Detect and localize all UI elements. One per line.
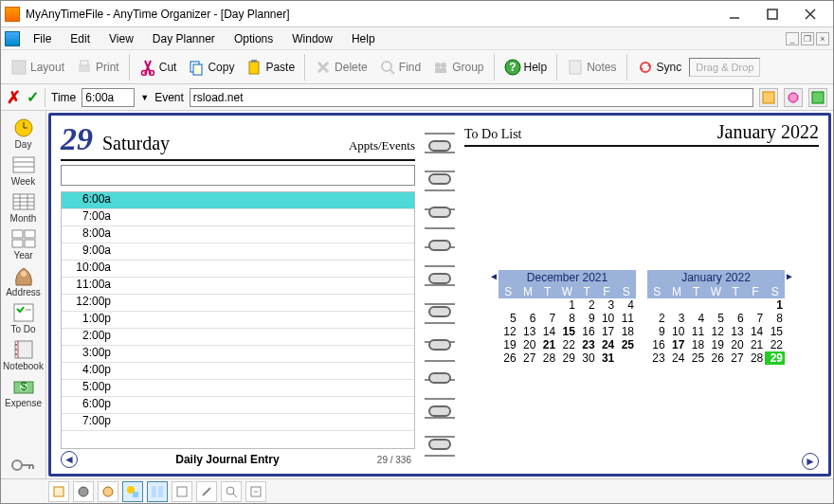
event-input[interactable] — [190, 88, 753, 107]
mini-cal-day[interactable]: 15 — [765, 325, 785, 338]
sidebar-item-address[interactable]: Address — [2, 262, 45, 299]
mini-cal-day[interactable]: 17 — [597, 325, 617, 338]
mini-cal-day[interactable]: 25 — [616, 338, 636, 351]
mini-cal-day[interactable]: 6 — [518, 312, 538, 325]
mini-cal-day[interactable] — [499, 298, 518, 312]
mini-cal-day[interactable]: 6 — [726, 312, 746, 325]
cal-prev-icon[interactable]: ◄ — [489, 271, 499, 281]
mini-cal-day[interactable]: 3 — [597, 298, 617, 312]
mini-cal-day[interactable]: 16 — [647, 338, 667, 351]
cancel-event-button[interactable]: ✗ — [7, 87, 21, 108]
mini-cal-day[interactable]: 30 — [577, 351, 597, 365]
menu-edit[interactable]: Edit — [61, 29, 100, 48]
mini-cal-day[interactable]: 8 — [557, 312, 577, 325]
mini-cal-day[interactable]: 11 — [616, 312, 636, 325]
bt-btn-6[interactable] — [172, 481, 192, 502]
mini-cal-day[interactable]: 13 — [518, 325, 538, 338]
mini-cal-day[interactable]: 14 — [537, 325, 557, 338]
mini-cal-day[interactable]: 23 — [577, 338, 597, 351]
menu-help[interactable]: Help — [342, 29, 385, 48]
mini-cal-day[interactable]: 1 — [765, 298, 785, 312]
mini-cal-day[interactable] — [647, 298, 667, 312]
next-day-button[interactable]: ► — [802, 453, 819, 470]
mini-cal-day[interactable]: 4 — [616, 298, 636, 312]
mini-cal-day[interactable]: 2 — [647, 312, 667, 325]
mini-cal-day[interactable]: 4 — [686, 312, 706, 325]
mini-cal-day[interactable]: 10 — [667, 325, 687, 338]
mini-cal-day[interactable]: 21 — [537, 338, 557, 351]
sidebar-item-expense[interactable]: $Expense — [2, 373, 45, 410]
menu-options[interactable]: Options — [225, 29, 282, 48]
bt-btn-8[interactable] — [221, 481, 242, 502]
mini-cal-day[interactable]: 23 — [647, 351, 667, 365]
sidebar-item-month[interactable]: Month — [2, 189, 45, 225]
menu-view[interactable]: View — [100, 29, 143, 48]
timeslot-row[interactable]: 8:00a — [62, 226, 414, 243]
new-event-row[interactable] — [61, 165, 415, 186]
mini-cal-day[interactable]: 26 — [499, 351, 518, 365]
mini-cal-day[interactable]: 1 — [557, 298, 577, 312]
mini-cal-day[interactable]: 13 — [726, 325, 746, 338]
timeslot-row[interactable]: 9:00a — [62, 243, 414, 261]
sidebar-item-week[interactable]: Week — [2, 152, 45, 189]
sidebar-item-day[interactable]: Day — [2, 115, 45, 152]
mini-cal-day[interactable]: 20 — [726, 338, 746, 351]
mdi-close-button[interactable]: × — [816, 32, 829, 45]
prev-day-button[interactable]: ◄ — [61, 451, 78, 468]
mini-cal-day[interactable]: 12 — [706, 325, 726, 338]
cut-button[interactable]: Cut — [136, 57, 181, 78]
mini-cal-day[interactable]: 24 — [667, 351, 687, 365]
drag-drop-area[interactable]: Drag & Drop — [689, 58, 760, 77]
bt-btn-2[interactable] — [73, 481, 94, 502]
mini-cal-day[interactable]: 8 — [765, 312, 785, 325]
maximize-button[interactable] — [753, 3, 791, 26]
timeslot-row[interactable]: 4:00p — [62, 363, 414, 380]
mini-calendar-1[interactable]: ►January 2022SMTWTFS12345678910111213141… — [647, 270, 785, 365]
copy-button[interactable]: Copy — [184, 57, 238, 78]
reminder-button[interactable] — [784, 88, 803, 107]
bt-btn-1[interactable] — [48, 481, 69, 502]
help-button[interactable]: ?Help — [500, 57, 552, 78]
mini-cal-day[interactable]: 11 — [686, 325, 706, 338]
timeslot-row[interactable]: 6:00a — [62, 192, 414, 209]
time-input[interactable] — [82, 88, 135, 107]
menu-window[interactable]: Window — [282, 29, 342, 48]
timeslot-list[interactable]: 6:00a7:00a8:00a9:00a10:00a11:00a12:00p1:… — [61, 191, 415, 449]
mini-cal-day[interactable]: 14 — [746, 325, 766, 338]
mini-cal-day[interactable]: 18 — [686, 338, 706, 351]
mini-cal-day[interactable]: 21 — [746, 338, 766, 351]
mini-cal-day[interactable]: 12 — [499, 325, 518, 338]
mini-cal-day[interactable]: 17 — [667, 338, 687, 351]
mini-cal-day[interactable]: 19 — [499, 338, 518, 351]
mini-cal-day[interactable]: 19 — [706, 338, 726, 351]
minimize-button[interactable] — [716, 3, 753, 26]
category-button[interactable] — [759, 88, 778, 107]
mini-cal-day[interactable]: 28 — [746, 351, 766, 365]
timeslot-row[interactable]: 11:00a — [62, 278, 414, 295]
mini-cal-day[interactable] — [706, 298, 726, 312]
mini-cal-day[interactable]: 3 — [667, 312, 687, 325]
mini-cal-day[interactable]: 27 — [726, 351, 746, 365]
mini-cal-day[interactable]: 20 — [518, 338, 538, 351]
mini-cal-day[interactable]: 18 — [616, 325, 636, 338]
mini-cal-day[interactable]: 10 — [597, 312, 617, 325]
mini-cal-day[interactable]: 29 — [765, 351, 785, 365]
mini-cal-day[interactable] — [726, 298, 746, 312]
timeslot-row[interactable]: 10:00a — [62, 261, 414, 278]
mini-cal-day[interactable] — [537, 298, 557, 312]
mini-cal-day[interactable]: 7 — [746, 312, 766, 325]
time-dropdown-icon[interactable]: ▼ — [140, 93, 149, 102]
mini-cal-day[interactable]: 29 — [557, 351, 577, 365]
menu-day-planner[interactable]: Day Planner — [143, 29, 225, 48]
mini-cal-day[interactable]: 22 — [557, 338, 577, 351]
bt-btn-5[interactable] — [147, 481, 168, 502]
mini-cal-day[interactable] — [616, 351, 636, 365]
mini-cal-day[interactable]: 16 — [577, 325, 597, 338]
timeslot-row[interactable]: 5:00p — [62, 380, 414, 397]
mini-cal-day[interactable]: 27 — [518, 351, 538, 365]
mini-cal-day[interactable]: 5 — [499, 312, 518, 325]
mini-cal-day[interactable]: 5 — [706, 312, 726, 325]
mini-cal-day[interactable]: 25 — [686, 351, 706, 365]
cal-next-icon[interactable]: ► — [785, 271, 794, 281]
bt-btn-9[interactable] — [245, 481, 266, 502]
